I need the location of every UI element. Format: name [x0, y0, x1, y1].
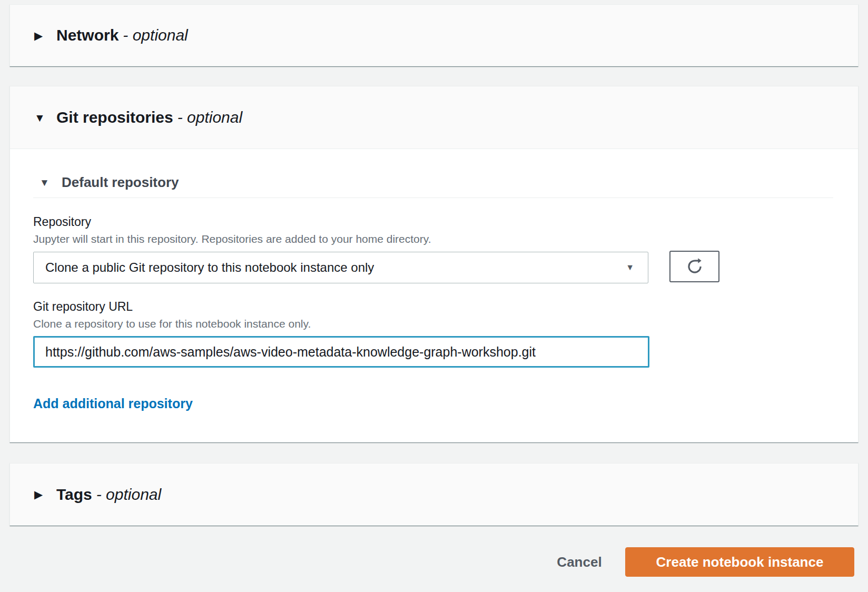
section-title-optional: - optional	[96, 486, 161, 503]
repository-description: Jupyter will start in this repository. R…	[33, 232, 833, 246]
network-section-title: Network- optional	[56, 26, 188, 44]
git-repository-url-label: Git repository URL	[33, 300, 833, 313]
tags-section-title: Tags- optional	[56, 486, 161, 504]
section-divider	[33, 198, 833, 198]
section-title-text: Tags	[56, 486, 92, 503]
create-notebook-instance-page: ▶ Network- optional ▼ Git repositories- …	[0, 0, 868, 592]
caret-right-icon: ▶	[34, 489, 48, 500]
network-section-header[interactable]: ▶ Network- optional	[10, 5, 858, 66]
default-repository-expander[interactable]: ▼ Default repository	[33, 174, 833, 190]
default-repository-title: Default repository	[62, 174, 179, 191]
repository-label: Repository	[33, 215, 833, 229]
refresh-icon	[685, 256, 705, 278]
create-notebook-instance-button[interactable]: Create notebook instance	[625, 547, 854, 577]
repository-select-row: Clone a public Git repository to this no…	[33, 252, 833, 283]
network-section: ▶ Network- optional	[9, 4, 859, 66]
tags-section-header[interactable]: ▶ Tags- optional	[10, 463, 858, 525]
chevron-down-icon: ▼	[626, 263, 634, 272]
git-repositories-section-title: Git repositories- optional	[56, 108, 242, 126]
git-repository-url-description: Clone a repository to use for this noteb…	[33, 317, 833, 331]
refresh-repositories-button[interactable]	[669, 251, 719, 282]
section-title-text: Git repositories	[56, 108, 173, 126]
caret-down-icon: ▼	[40, 177, 52, 188]
add-additional-repository-link[interactable]: Add additional repository	[33, 396, 193, 411]
cancel-button[interactable]: Cancel	[542, 547, 616, 577]
repository-select-value: Clone a public Git repository to this no…	[45, 260, 374, 275]
repository-select[interactable]: Clone a public Git repository to this no…	[33, 252, 648, 283]
git-repositories-section-header[interactable]: ▼ Git repositories- optional	[10, 86, 858, 149]
section-title-text: Network	[56, 26, 119, 44]
section-title-optional: - optional	[177, 108, 242, 126]
git-repositories-content: ▼ Default repository Repository Jupyter …	[10, 149, 858, 442]
caret-down-icon: ▼	[34, 112, 48, 123]
git-repositories-section: ▼ Git repositories- optional ▼ Default r…	[9, 86, 859, 442]
tags-section: ▶ Tags- optional	[9, 463, 859, 526]
section-title-optional: - optional	[123, 26, 188, 44]
caret-right-icon: ▶	[34, 30, 48, 41]
git-repository-url-input[interactable]	[33, 336, 649, 368]
